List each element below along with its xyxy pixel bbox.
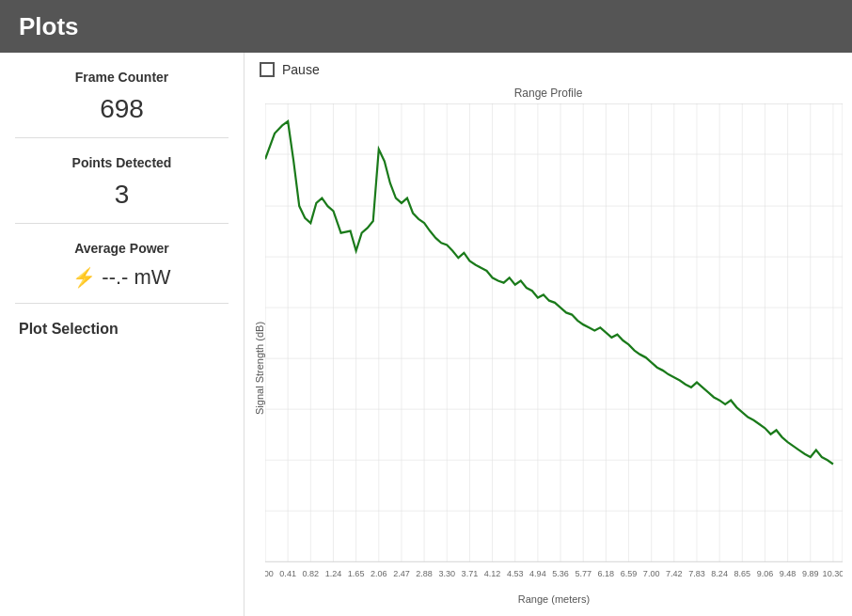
frame-counter-block: Frame Counter 698 <box>0 53 244 137</box>
svg-text:8.65: 8.65 <box>734 569 750 578</box>
app-header: Plots <box>0 0 852 53</box>
svg-text:4.94: 4.94 <box>529 569 546 578</box>
sidebar: Frame Counter 698 Points Detected 3 Aver… <box>0 53 245 616</box>
points-detected-label: Points Detected <box>19 155 225 170</box>
pause-checkbox[interactable] <box>260 62 275 77</box>
chart-container: Range Profile Signal Strength (dB) <box>254 87 843 607</box>
pause-row: Pause <box>254 62 843 77</box>
svg-text:5.36: 5.36 <box>552 569 569 578</box>
power-reading: --.- mW <box>102 265 170 290</box>
content-area: Pause Range Profile Signal Strength (dB) <box>245 53 852 616</box>
svg-text:7.83: 7.83 <box>688 569 705 578</box>
svg-text:9.48: 9.48 <box>780 569 797 578</box>
x-axis-label: Range (meters) <box>265 593 843 605</box>
svg-rect-0 <box>265 103 843 561</box>
svg-text:5.77: 5.77 <box>575 569 592 578</box>
average-power-block: Average Power ⚡ --.- mW <box>0 224 244 303</box>
svg-text:0.82: 0.82 <box>303 569 320 578</box>
points-detected-block: Points Detected 3 <box>0 138 244 223</box>
svg-text:7.00: 7.00 <box>643 569 660 578</box>
svg-text:1.24: 1.24 <box>325 569 342 578</box>
main-layout: Frame Counter 698 Points Detected 3 Aver… <box>0 53 852 616</box>
average-power-label: Average Power <box>19 241 225 256</box>
chart-title: Range Profile <box>254 87 843 100</box>
chart-svg-area: 0 500 1,000 1,500 2,000 2,500 3,000 3,50… <box>265 103 843 592</box>
svg-text:1.65: 1.65 <box>348 569 365 578</box>
svg-text:6.59: 6.59 <box>621 569 638 578</box>
frame-counter-label: Frame Counter <box>19 70 225 85</box>
svg-text:6.18: 6.18 <box>598 569 615 578</box>
svg-text:9.06: 9.06 <box>757 569 774 578</box>
chart-wrap: Signal Strength (dB) <box>254 103 843 605</box>
points-detected-value: 3 <box>19 180 225 210</box>
svg-text:7.42: 7.42 <box>666 569 683 578</box>
pause-label[interactable]: Pause <box>282 62 320 77</box>
app-title: Plots <box>19 12 79 41</box>
svg-text:2.47: 2.47 <box>393 569 410 578</box>
lightning-icon: ⚡ <box>72 266 96 289</box>
svg-text:0.00: 0.00 <box>265 569 274 578</box>
svg-text:2.06: 2.06 <box>371 569 387 578</box>
range-profile-chart: 0 500 1,000 1,500 2,000 2,500 3,000 3,50… <box>265 103 843 592</box>
svg-text:8.24: 8.24 <box>711 569 728 578</box>
svg-text:3.71: 3.71 <box>462 569 479 578</box>
plot-selection-block: Plot Selection <box>0 304 244 351</box>
y-axis-label: Signal Strength (dB) <box>254 103 265 605</box>
svg-text:4.12: 4.12 <box>484 569 501 578</box>
svg-text:0.41: 0.41 <box>279 569 296 578</box>
svg-text:2.88: 2.88 <box>416 569 433 578</box>
svg-text:3.30: 3.30 <box>438 569 455 578</box>
svg-text:10.30: 10.30 <box>823 569 843 578</box>
svg-text:4.53: 4.53 <box>507 569 524 578</box>
plot-selection-label: Plot Selection <box>19 321 225 338</box>
chart-inner: 0 500 1,000 1,500 2,000 2,500 3,000 3,50… <box>265 103 843 605</box>
frame-counter-value: 698 <box>19 94 225 124</box>
svg-text:9.89: 9.89 <box>802 569 819 578</box>
average-power-value: ⚡ --.- mW <box>19 265 225 290</box>
